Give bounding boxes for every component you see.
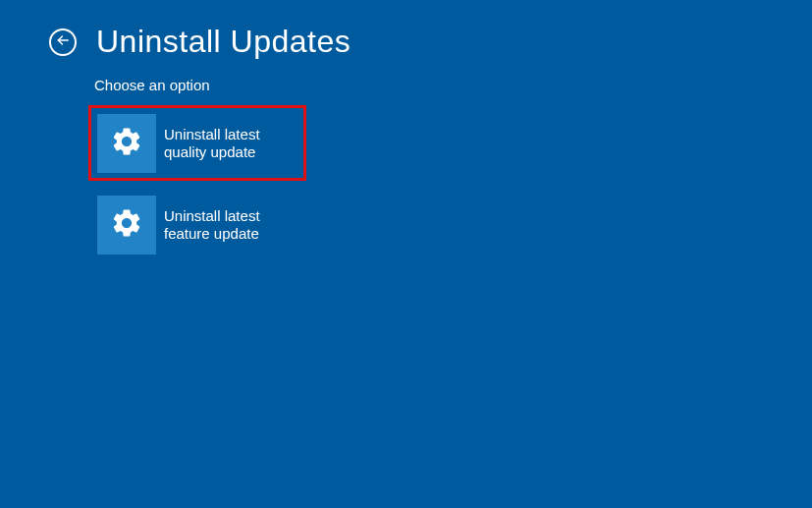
gear-icon xyxy=(110,206,143,244)
option-label: Uninstall latest feature update xyxy=(164,207,292,243)
option-uninstall-quality-update[interactable]: Uninstall latest quality update xyxy=(88,105,306,181)
icon-box xyxy=(97,196,156,254)
header: Uninstall Updates xyxy=(49,24,351,60)
subtitle: Choose an option xyxy=(94,77,210,93)
back-arrow-icon xyxy=(56,33,70,51)
page-title: Uninstall Updates xyxy=(96,24,351,60)
option-label: Uninstall latest quality update xyxy=(164,126,292,161)
back-button[interactable] xyxy=(49,28,77,56)
options-list: Uninstall latest quality update Uninstal… xyxy=(88,105,306,262)
gear-icon xyxy=(110,125,143,162)
option-uninstall-feature-update[interactable]: Uninstall latest feature update xyxy=(88,187,306,262)
icon-box xyxy=(97,114,156,173)
